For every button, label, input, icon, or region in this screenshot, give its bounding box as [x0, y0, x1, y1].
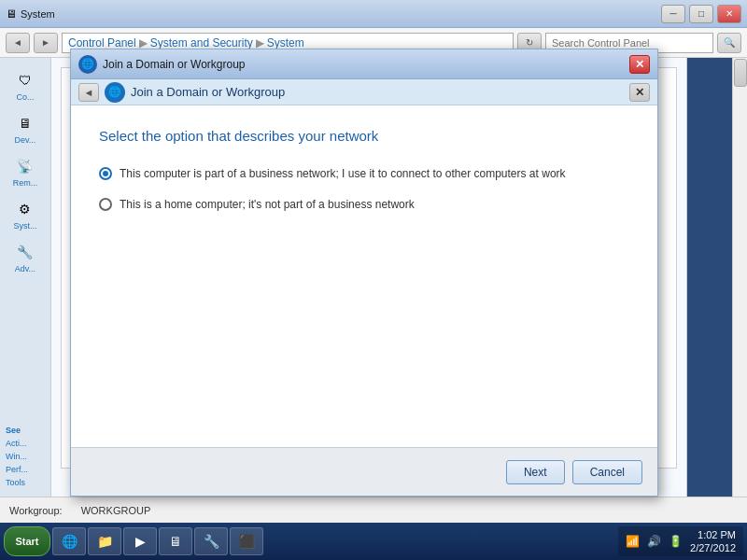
- see-also-link-1[interactable]: Win...: [4, 450, 47, 463]
- tray-clock[interactable]: 1:02 PM 2/27/2012: [690, 528, 736, 555]
- dialog-sub-titlebar: ◄ 🌐 Join a Domain or Workgroup ✕: [71, 79, 657, 105]
- dialog-title-icon: 🌐: [78, 55, 97, 74]
- sidebar-icon-1: 🖥: [14, 112, 36, 134]
- sidebar-icon-3: ⚙: [14, 198, 36, 220]
- sidebar-label-1: Dev...: [15, 136, 36, 146]
- taskbar-icon-0: 🌐: [61, 533, 78, 550]
- minimize-button[interactable]: ─: [661, 5, 685, 23]
- radio-dot-0: [103, 171, 108, 176]
- see-also-link-2[interactable]: Perf...: [4, 463, 47, 476]
- dialog-title-text: Join a Domain or Workgroup: [103, 58, 624, 71]
- dialog-window: 🌐 Join a Domain or Workgroup ✕ ◄ 🌐 Join …: [70, 49, 658, 497]
- taskbar-app-0[interactable]: 🌐: [52, 527, 86, 555]
- scrollbar-track[interactable]: [732, 58, 747, 497]
- tray-date-text: 2/27/2012: [690, 541, 736, 554]
- see-also-link-3[interactable]: Tools: [4, 476, 47, 489]
- status-bar: Workgroup: WORKGROUP: [0, 497, 747, 523]
- taskbar-icon-2: ▶: [132, 533, 148, 550]
- sidebar-item-4[interactable]: 🔧 Adv...: [4, 237, 47, 278]
- breadcrumb-sep-1: ▶: [139, 36, 148, 49]
- bg-titlebar: 🖥 System ─ □ ✕: [0, 0, 747, 28]
- back-button[interactable]: ◄: [6, 33, 30, 53]
- window-icon: 🖥: [6, 7, 17, 21]
- sidebar-label-0: Co...: [16, 93, 34, 103]
- tray-icon-speaker: 🔊: [647, 535, 661, 548]
- sidebar-item-0[interactable]: 🛡 Co...: [4, 65, 47, 106]
- dialog-back-button[interactable]: ◄: [78, 83, 99, 102]
- taskbar-icon-5: ⬛: [238, 533, 255, 550]
- taskbar-icon-3: 🖥: [167, 533, 184, 550]
- tray-icon-battery: 🔋: [669, 535, 683, 548]
- sidebar-icon-0: 🛡: [14, 69, 36, 91]
- sidebar-item-2[interactable]: 📡 Rem...: [4, 151, 47, 192]
- dialog-footer: Next Cancel: [71, 447, 657, 496]
- system-tray: 📶 🔊 🔋 1:02 PM 2/27/2012: [618, 526, 743, 556]
- dialog-content: Select the option that describes your ne…: [71, 105, 657, 447]
- taskbar-app-5[interactable]: ⬛: [230, 527, 263, 555]
- dialog-step-title: Join a Domain or Workgroup: [131, 85, 285, 99]
- dialog-close-button[interactable]: ✕: [629, 55, 650, 74]
- dialog-sub-close-button[interactable]: ✕: [629, 83, 650, 102]
- taskbar-app-2[interactable]: ▶: [123, 527, 157, 555]
- sidebar-icon-4: 🔧: [14, 241, 36, 263]
- radio-label-0: This computer is part of a business netw…: [120, 166, 566, 182]
- dialog-step-icon: 🌐: [105, 82, 125, 103]
- taskbar-app-1[interactable]: 📁: [88, 527, 121, 555]
- sidebar-item-3[interactable]: ⚙ Syst...: [4, 194, 47, 235]
- dialog-heading: Select the option that describes your ne…: [99, 128, 629, 144]
- radio-button-1[interactable]: [99, 198, 112, 211]
- radio-group: This computer is part of a business netw…: [99, 166, 629, 213]
- workgroup-value: WORKGROUP: [81, 505, 151, 516]
- tray-icon-network: 📶: [626, 535, 640, 548]
- radio-item-0[interactable]: This computer is part of a business netw…: [99, 166, 629, 182]
- search-button[interactable]: 🔍: [717, 33, 741, 53]
- taskbar-icon-1: 📁: [96, 533, 113, 550]
- breadcrumb-system-security[interactable]: System and Security: [150, 36, 253, 49]
- sidebar: 🛡 Co... 🖥 Dev... 📡 Rem... ⚙ Syst... 🔧 Ad…: [0, 58, 51, 497]
- workgroup-label: Workgroup:: [9, 505, 63, 516]
- taskbar-icon-4: 🔧: [203, 533, 219, 550]
- window-title: System: [21, 8, 657, 20]
- breadcrumb-control-panel[interactable]: Control Panel: [68, 36, 136, 49]
- sidebar-item-1[interactable]: 🖥 Dev...: [4, 108, 47, 149]
- sidebar-label-4: Adv...: [15, 265, 35, 274]
- breadcrumb-sep-2: ▶: [256, 36, 264, 49]
- see-also-link-0[interactable]: Acti...: [4, 437, 47, 450]
- right-panel: [686, 58, 747, 497]
- taskbar: Start 🌐 📁 ▶ 🖥 🔧 ⬛ 📶 🔊 🔋 1:02 PM 2/27/201…: [0, 523, 747, 560]
- taskbar-app-3[interactable]: 🖥: [159, 527, 192, 555]
- search-input[interactable]: [552, 37, 707, 49]
- next-button[interactable]: Next: [506, 460, 565, 484]
- tray-time-text: 1:02 PM: [690, 528, 736, 541]
- maximize-button[interactable]: □: [689, 5, 713, 23]
- sidebar-label-3: Syst...: [13, 222, 36, 231]
- forward-button[interactable]: ►: [34, 33, 58, 53]
- radio-item-1[interactable]: This is a home computer; it's not part o…: [99, 197, 629, 213]
- close-button[interactable]: ✕: [717, 5, 741, 23]
- breadcrumb-system[interactable]: System: [267, 36, 304, 49]
- sidebar-label-2: Rem...: [13, 179, 38, 189]
- radio-button-0[interactable]: [99, 167, 112, 180]
- taskbar-app-4[interactable]: 🔧: [194, 527, 228, 555]
- dialog-titlebar: 🌐 Join a Domain or Workgroup ✕: [71, 49, 657, 79]
- see-also-title: See: [4, 424, 47, 437]
- start-button[interactable]: Start: [4, 526, 50, 556]
- radio-label-1: This is a home computer; it's not part o…: [120, 197, 415, 213]
- scrollbar-thumb[interactable]: [734, 59, 747, 87]
- sidebar-icon-2: 📡: [14, 155, 36, 177]
- cancel-button[interactable]: Cancel: [572, 460, 642, 484]
